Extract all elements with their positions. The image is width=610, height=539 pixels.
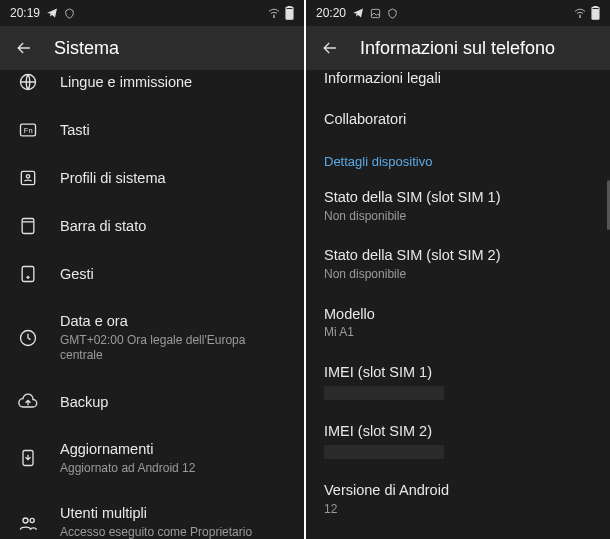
screen-info-telefono: 20:20 Informazioni sul telefono Informaz… [306, 0, 610, 539]
svg-rect-9 [22, 219, 34, 234]
status-bar: 20:20 [306, 0, 610, 26]
svg-point-17 [580, 17, 581, 18]
status-bar: 20:19 [0, 0, 304, 26]
page-title: Sistema [54, 38, 119, 59]
item-sub: Non disponibile [324, 267, 592, 283]
svg-rect-2 [288, 6, 291, 7]
item-label: Lingue e immissione [60, 73, 286, 92]
item-label: Gesti [60, 265, 286, 284]
item-sub: Non disponibile [324, 209, 592, 225]
item-tasti[interactable]: Fn Tasti [0, 106, 304, 154]
svg-rect-11 [22, 267, 34, 282]
page-title: Informazioni sul telefono [360, 38, 555, 59]
item-label: Backup [60, 393, 286, 412]
shield-icon [64, 8, 75, 19]
item-label: Barra di stato [60, 217, 286, 236]
battery-icon [591, 6, 600, 20]
item-label: IMEI (slot SIM 1) [324, 363, 592, 382]
svg-text:Fn: Fn [24, 126, 33, 135]
svg-point-0 [274, 17, 275, 18]
status-time: 20:20 [316, 6, 346, 20]
gestures-icon [18, 264, 38, 284]
item-modello[interactable]: Modello Mi A1 [306, 294, 610, 352]
item-label: IMEI (slot SIM 2) [324, 422, 592, 441]
back-icon[interactable] [14, 38, 34, 58]
item-data-ora[interactable]: Data e ora GMT+02:00 Ora legale dell'Eur… [0, 298, 304, 378]
item-imei2[interactable]: IMEI (slot SIM 2) [306, 411, 610, 470]
svg-point-14 [23, 518, 28, 523]
item-gesti[interactable]: Gesti [0, 250, 304, 298]
item-sub: Accesso eseguito come Proprietario [60, 525, 286, 539]
item-label: Stato della SIM (slot SIM 1) [324, 188, 592, 207]
clock-icon [18, 328, 38, 348]
wifi-icon [267, 7, 281, 19]
item-label: Profili di sistema [60, 169, 286, 188]
item-utenti[interactable]: Utenti multipli Accesso eseguito come Pr… [0, 490, 304, 539]
image-icon [370, 8, 381, 19]
statusbar-icon [18, 216, 38, 236]
imei1-redacted [324, 386, 444, 400]
item-profili[interactable]: Profili di sistema [0, 154, 304, 202]
item-label: Data e ora [60, 312, 286, 331]
details-list: Informazioni legali Collaboratori Dettag… [306, 70, 610, 539]
svg-point-15 [30, 518, 34, 522]
item-label: Tasti [60, 121, 286, 140]
fn-key-icon: Fn [18, 120, 38, 140]
globe-icon [18, 72, 38, 92]
svg-rect-20 [593, 10, 599, 19]
telegram-icon [46, 7, 58, 19]
profiles-icon [18, 168, 38, 188]
item-lingue[interactable]: Lingue e immissione [0, 70, 304, 106]
item-label: Modello [324, 305, 592, 324]
shield-icon [387, 8, 398, 19]
item-sim1-stato[interactable]: Stato della SIM (slot SIM 1) Non disponi… [306, 177, 610, 235]
imei2-redacted [324, 445, 444, 459]
item-label: Aggiornamenti [60, 440, 286, 459]
app-bar: Sistema [0, 26, 304, 70]
cloud-upload-icon [18, 392, 38, 412]
wifi-icon [573, 7, 587, 19]
item-backup[interactable]: Backup [0, 378, 304, 426]
svg-point-8 [26, 175, 29, 178]
update-icon [18, 448, 38, 468]
item-sub: 12 [324, 502, 592, 518]
item-collaboratori[interactable]: Collaboratori [306, 99, 610, 140]
section-dettagli: Dettagli dispositivo [306, 140, 610, 177]
item-versione-android[interactable]: Versione di Android 12 [306, 470, 610, 528]
status-time: 20:19 [10, 6, 40, 20]
settings-list: Lingue e immissione Fn Tasti Profili di … [0, 70, 304, 539]
svg-rect-16 [371, 9, 379, 17]
item-label: Collaboratori [324, 110, 592, 129]
item-imei1[interactable]: IMEI (slot SIM 1) [306, 352, 610, 411]
item-sim2-stato[interactable]: Stato della SIM (slot SIM 2) Non disponi… [306, 235, 610, 293]
back-icon[interactable] [320, 38, 340, 58]
app-bar: Informazioni sul telefono [306, 26, 610, 70]
item-aggiornamenti[interactable]: Aggiornamenti Aggiornato ad Android 12 [0, 426, 304, 490]
users-icon [18, 513, 38, 533]
item-sub: GMT+02:00 Ora legale dell'Europa central… [60, 333, 286, 364]
telegram-icon [352, 7, 364, 19]
item-label: Informazioni legali [324, 70, 592, 88]
item-sub: Mi A1 [324, 325, 592, 341]
svg-rect-19 [594, 6, 597, 7]
item-sub: Aggiornato ad Android 12 [60, 461, 286, 477]
screen-sistema: 20:19 Sistema Lingue e immissione Fn Tas… [0, 0, 304, 539]
item-barra-stato[interactable]: Barra di stato [0, 202, 304, 250]
battery-icon [285, 6, 294, 20]
item-label: Utenti multipli [60, 504, 286, 523]
item-info-legali[interactable]: Informazioni legali [306, 70, 610, 99]
svg-rect-3 [287, 10, 293, 19]
item-label: Stato della SIM (slot SIM 2) [324, 246, 592, 265]
item-label: Versione di Android [324, 481, 592, 500]
